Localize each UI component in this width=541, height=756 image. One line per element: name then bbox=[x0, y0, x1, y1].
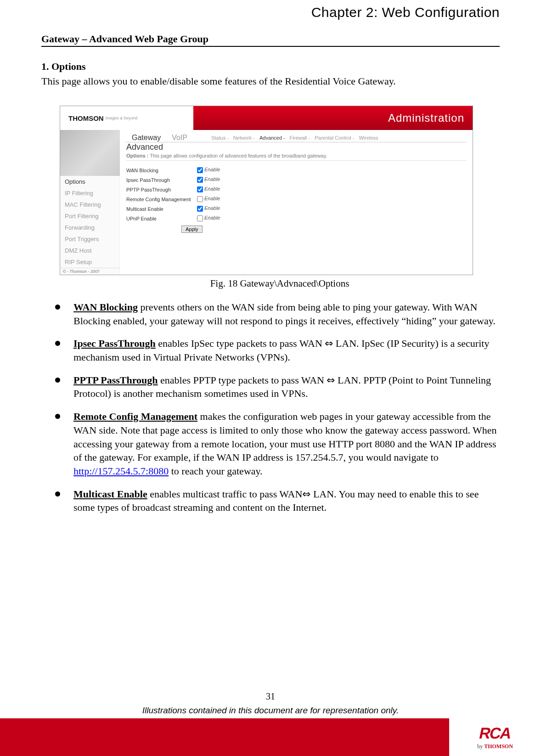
footer-bar: RCA by THOMSON bbox=[0, 718, 541, 756]
option-label: Multicast Enable bbox=[126, 204, 195, 214]
tab-voip[interactable]: VoIP bbox=[166, 131, 193, 144]
apply-button[interactable]: Apply bbox=[181, 226, 203, 233]
sidebar-item[interactable]: DMZ Host bbox=[60, 245, 119, 256]
option-checkbox[interactable] bbox=[197, 206, 203, 212]
brand-tagline: images & beyond bbox=[106, 116, 138, 120]
option-checkbox[interactable] bbox=[197, 196, 203, 202]
sidebar-item[interactable]: MAC Filtering bbox=[60, 199, 119, 210]
subnav-item[interactable]: Advanced - bbox=[259, 135, 285, 141]
admin-banner: Administration bbox=[193, 106, 473, 130]
page-number: 31 bbox=[0, 691, 541, 702]
feature-term: WAN Blocking bbox=[73, 301, 138, 313]
subnav-item[interactable]: Network - bbox=[233, 135, 255, 141]
subnav-item[interactable]: Wireless bbox=[359, 135, 378, 141]
subsection-title: 1. Options bbox=[41, 61, 500, 73]
feature-item: WAN Blocking prevents others on the WAN … bbox=[55, 300, 500, 327]
intro-text: This page allows you to enable/disable s… bbox=[41, 75, 500, 87]
option-checkbox[interactable] bbox=[197, 215, 203, 221]
feature-term: Remote Config Management bbox=[73, 411, 197, 422]
section-title: Gateway – Advanced Web Page Group bbox=[41, 33, 500, 45]
feature-item: Ipsec PassThrough enables IpSec type pac… bbox=[55, 337, 500, 364]
feature-item: Multicast Enable enables multicast traff… bbox=[55, 487, 500, 514]
feature-term: PPTP PassThrough bbox=[73, 374, 158, 386]
option-checkbox[interactable] bbox=[197, 177, 203, 183]
footer-red-stripe bbox=[0, 718, 449, 756]
option-checkbox[interactable] bbox=[197, 167, 203, 173]
chapter-title: Chapter 2: Web Configuration bbox=[41, 5, 500, 20]
enable-label: Enable bbox=[204, 205, 220, 211]
screenshot-figure: THOMSON images & beyond Administration O… bbox=[60, 106, 473, 275]
option-row: WAN BlockingEnable bbox=[126, 165, 223, 175]
sidebar-item[interactable]: Forwarding bbox=[60, 222, 119, 233]
panel-desc-label: Options : bbox=[126, 153, 148, 158]
brand-logo: THOMSON images & beyond bbox=[60, 106, 193, 130]
sidebar-item[interactable]: RIP Setup bbox=[60, 256, 119, 268]
section-rule bbox=[41, 46, 500, 47]
option-label: WAN Blocking bbox=[126, 165, 195, 175]
feature-list: WAN Blocking prevents others on the WAN … bbox=[55, 300, 500, 514]
subnav-item[interactable]: Status - bbox=[211, 135, 229, 141]
option-row: Remote Config ManagementEnable bbox=[126, 194, 223, 204]
enable-label: Enable bbox=[204, 167, 220, 172]
option-row: UPnP EnableEnable bbox=[126, 214, 223, 223]
disclaimer-text: Illustrations contained in this document… bbox=[0, 705, 541, 716]
sidebar-photo bbox=[60, 130, 120, 176]
sub-nav: Status -Network -Advanced -Firewall -Par… bbox=[193, 135, 378, 141]
footer-logo-block: RCA by THOMSON bbox=[449, 718, 541, 756]
enable-label: Enable bbox=[204, 176, 220, 182]
figure-caption: Fig. 18 Gateway\Advnaced\Options bbox=[60, 278, 500, 289]
sidebar-item[interactable]: Port Triggers bbox=[60, 233, 119, 245]
example-url-link[interactable]: http://157.254.5.7:8080 bbox=[73, 465, 169, 477]
sidebar-item[interactable]: Options bbox=[60, 176, 119, 187]
enable-label: Enable bbox=[204, 196, 220, 201]
option-checkbox[interactable] bbox=[197, 186, 203, 192]
option-row: Multicast EnableEnable bbox=[126, 204, 223, 214]
option-label: PPTP PassThrough bbox=[126, 185, 195, 194]
option-label: Ipsec PassThrough bbox=[126, 175, 195, 185]
copyright-text: © - Thomson - 2007 bbox=[60, 268, 119, 275]
option-label: UPnP Enable bbox=[126, 214, 195, 223]
subnav-item[interactable]: Firewall - bbox=[290, 135, 310, 141]
sidebar-item[interactable]: IP Filtering bbox=[60, 187, 119, 199]
enable-label: Enable bbox=[204, 186, 220, 192]
rca-logo: RCA bbox=[478, 724, 513, 742]
option-label: Remote Config Management bbox=[126, 194, 195, 204]
option-row: PPTP PassThroughEnable bbox=[126, 185, 223, 194]
subnav-item[interactable]: Parental Control - bbox=[315, 135, 354, 141]
brand-name: THOMSON bbox=[68, 114, 104, 122]
options-table: WAN BlockingEnableIpsec PassThroughEnabl… bbox=[126, 165, 223, 233]
footer-brand: THOMSON bbox=[484, 743, 513, 750]
feature-term: Ipsec PassThrough bbox=[73, 338, 156, 349]
footer-by: by bbox=[477, 743, 483, 750]
footer-byline: by THOMSON bbox=[477, 743, 513, 750]
panel-description: Options : This page allows configuration… bbox=[126, 153, 466, 161]
panel-desc-text: This page allows configuration of advanc… bbox=[150, 153, 327, 158]
sidebar-item[interactable]: Port Filtering bbox=[60, 210, 119, 222]
sidebar-items: OptionsIP FilteringMAC FilteringPort Fil… bbox=[60, 176, 119, 268]
enable-label: Enable bbox=[204, 215, 220, 220]
feature-item: Remote Config Management makes the confi… bbox=[55, 410, 500, 478]
feature-item: PPTP PassThrough enables PPTP type packe… bbox=[55, 373, 500, 401]
feature-term: Multicast Enable bbox=[73, 488, 147, 500]
option-row: Ipsec PassThroughEnable bbox=[126, 175, 223, 185]
